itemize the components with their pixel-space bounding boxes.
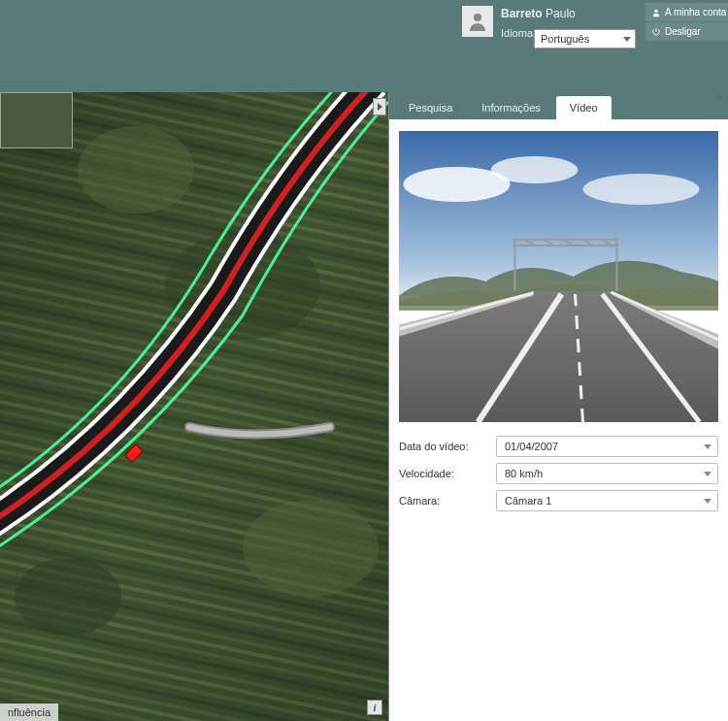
svg-point-10 [243, 500, 379, 597]
video-camera-label: Câmara: [399, 495, 496, 507]
video-area [389, 119, 728, 430]
app-header: Barreto Paulo Idioma: Português A minha … [0, 0, 728, 92]
person-icon [466, 10, 489, 33]
chevron-down-icon [704, 499, 711, 504]
svg-point-12 [78, 126, 194, 213]
video-speed-select[interactable]: 80 km/h [496, 463, 718, 484]
form-row-speed: Velocidade: 80 km/h [399, 463, 718, 484]
chevron-down-icon [623, 37, 631, 42]
road-video-still [399, 131, 718, 422]
svg-point-1 [654, 9, 657, 12]
video-date-value: 01/04/2007 [505, 441, 558, 452]
my-account-label: A minha conta [665, 7, 726, 17]
chevron-down-icon [704, 472, 711, 476]
video-date-select[interactable]: 01/04/2007 [496, 436, 718, 457]
main-split: i nfluência × Pesquisa Informações Vídeo [0, 92, 728, 721]
map-collapse-button[interactable] [373, 98, 386, 115]
tab-bar: Pesquisa Informações Vídeo [389, 92, 728, 119]
tab-informacoes[interactable]: Informações [468, 96, 554, 119]
user-firstname: Paulo [546, 7, 576, 20]
video-camera-value: Câmara 1 [505, 495, 551, 507]
account-buttons: A minha conta Desligar [645, 3, 728, 42]
video-date-label: Data do vídeo: [399, 441, 496, 452]
logout-label: Desligar [665, 26, 701, 37]
my-account-button[interactable]: A minha conta [645, 3, 728, 22]
person-icon [651, 8, 661, 17]
tab-video[interactable]: Vídeo [556, 96, 612, 119]
language-label: Idioma: [501, 25, 536, 41]
language-select[interactable]: Português [534, 29, 636, 49]
user-lastname: Barreto [501, 7, 543, 20]
close-icon[interactable]: × [712, 92, 726, 106]
video-frame [399, 131, 718, 422]
form-row-camera: Câmara: Câmara 1 [399, 490, 718, 511]
svg-point-9 [15, 558, 121, 636]
video-speed-value: 80 km/h [505, 468, 543, 479]
right-panel: × Pesquisa Informações Vídeo [388, 92, 728, 721]
avatar [462, 6, 493, 37]
tab-pesquisa[interactable]: Pesquisa [395, 96, 466, 119]
map-info-button[interactable]: i [367, 700, 382, 715]
video-camera-select[interactable]: Câmara 1 [496, 490, 718, 511]
video-speed-label: Velocidade: [399, 468, 496, 479]
svg-point-16 [491, 156, 579, 183]
satellite-map [0, 92, 388, 721]
map-bottom-tab[interactable]: nfluência [0, 704, 58, 721]
svg-point-0 [474, 14, 481, 21]
chevron-down-icon [704, 444, 711, 449]
form-row-date: Data do vídeo: 01/04/2007 [399, 436, 718, 457]
video-form: Data do vídeo: 01/04/2007 Velocidade: 80… [389, 430, 728, 517]
logout-button[interactable]: Desligar [645, 22, 728, 42]
map-pane[interactable]: i nfluência [0, 92, 388, 721]
power-icon [651, 27, 661, 37]
svg-point-17 [583, 174, 700, 205]
language-value: Português [541, 33, 589, 45]
map-overview-inset[interactable] [0, 92, 73, 148]
